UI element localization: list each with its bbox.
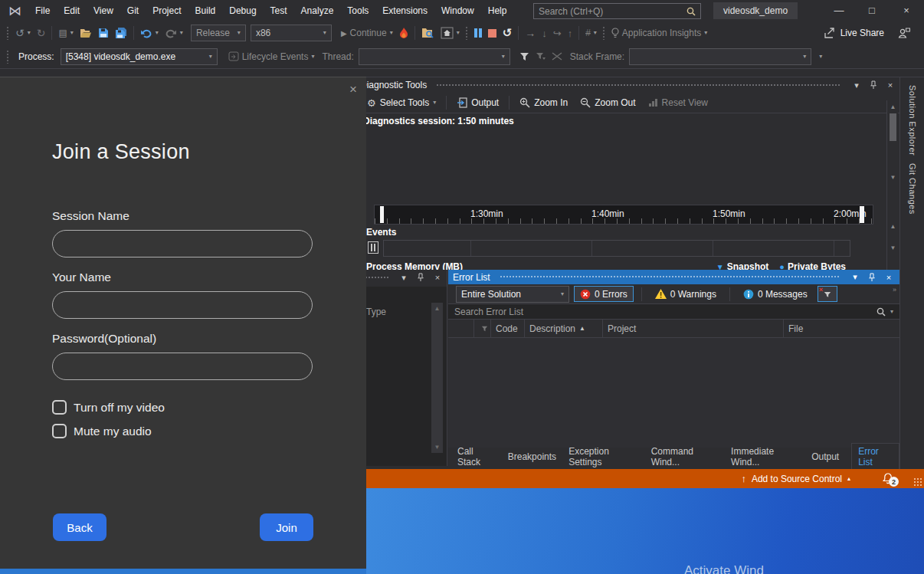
pause-button[interactable]: [471, 24, 485, 42]
continue-button[interactable]: ▶Continue▾: [338, 24, 396, 42]
step-out-button[interactable]: ↑: [565, 24, 576, 42]
scroll-down-icon[interactable]: ▼: [431, 444, 443, 451]
close-icon[interactable]: ×: [884, 80, 896, 90]
new-file-button[interactable]: ▤▾: [55, 24, 76, 42]
filter-column[interactable]: [474, 320, 491, 337]
menu-debug[interactable]: Debug: [222, 0, 263, 21]
scroll-up-icon[interactable]: ▲: [431, 305, 443, 312]
toolbar-drag-handle[interactable]: [602, 26, 606, 40]
menu-project[interactable]: Project: [146, 0, 188, 21]
toolbar-overflow-icon[interactable]: ▾: [819, 54, 822, 60]
hot-reload-button[interactable]: [396, 24, 411, 42]
maximize-button[interactable]: □: [859, 1, 885, 20]
toolbar-drag-handle[interactable]: [465, 26, 469, 40]
file-column-header[interactable]: File: [784, 320, 899, 337]
window-position-icon[interactable]: ▾: [849, 272, 861, 282]
search-input[interactable]: [539, 6, 682, 17]
select-tools-button[interactable]: ⚙Select Tools▾: [362, 97, 441, 109]
menu-extensions[interactable]: Extensions: [375, 0, 434, 21]
scroll-thumb[interactable]: [890, 113, 896, 141]
close-button[interactable]: ×: [893, 1, 919, 20]
scroll-up-icon[interactable]: ▲: [887, 223, 899, 230]
solution-platform-dropdown[interactable]: x86▾: [251, 25, 332, 41]
error-list-grid[interactable]: [448, 338, 899, 448]
minimize-button[interactable]: —: [826, 1, 852, 20]
scroll-down-icon[interactable]: ▼: [887, 174, 899, 181]
tab-breakpoints[interactable]: Breakpoints: [508, 451, 556, 462]
open-folder-button[interactable]: [77, 24, 95, 42]
menu-file[interactable]: File: [28, 0, 57, 21]
messages-toggle[interactable]: 0 Messages: [738, 286, 813, 302]
filter-threads-button[interactable]: [516, 48, 532, 66]
menu-test[interactable]: Test: [264, 0, 294, 21]
session-name-input[interactable]: [52, 230, 313, 257]
error-search-input[interactable]: [454, 307, 872, 317]
pin-icon[interactable]: [867, 80, 880, 90]
step-into-button[interactable]: ↓: [539, 24, 550, 42]
filter-toggle[interactable]: ×: [818, 286, 837, 302]
filter-flagged-button[interactable]: [532, 48, 549, 66]
close-icon[interactable]: ×: [883, 273, 895, 282]
range-handle-right[interactable]: [860, 206, 864, 223]
save-button[interactable]: [95, 24, 112, 42]
navigate-back-button[interactable]: ↺▾: [12, 24, 34, 42]
tab-call-stack[interactable]: Call Stack: [457, 446, 496, 467]
restart-button[interactable]: ↺: [500, 24, 516, 42]
menu-build[interactable]: Build: [188, 0, 223, 21]
error-list-titlebar[interactable]: Error List ▾ ×: [448, 270, 899, 284]
save-all-button[interactable]: [112, 24, 130, 42]
window-position-icon[interactable]: ▾: [398, 273, 410, 283]
toolbar-drag-handle[interactable]: [6, 50, 10, 64]
diagnostic-tools-titlebar[interactable]: Diagnostic Tools ▾ ×: [357, 77, 899, 93]
tab-output[interactable]: Output: [811, 451, 839, 462]
toolbar-drag-handle[interactable]: [6, 26, 10, 40]
quick-search[interactable]: [533, 3, 701, 19]
password-input[interactable]: [52, 353, 313, 380]
severity-column[interactable]: [448, 320, 474, 337]
tab-command-window[interactable]: Command Wind...: [651, 446, 719, 467]
menu-git[interactable]: Git: [120, 0, 146, 21]
join-button[interactable]: Join: [260, 513, 313, 541]
scope-dropdown[interactable]: Entire Solution▾: [456, 286, 569, 303]
application-insights-dropdown[interactable]: Application Insights▾: [608, 24, 710, 42]
scroll-down-icon[interactable]: ▼: [887, 244, 899, 251]
events-track[interactable]: [383, 240, 850, 257]
mute-audio-checkbox[interactable]: [52, 424, 67, 438]
undo-button[interactable]: ▾: [137, 24, 162, 42]
menu-tools[interactable]: Tools: [340, 0, 375, 21]
stack-frame-dropdown[interactable]: ▾: [629, 48, 811, 65]
diagnostics-scrollbar[interactable]: ▲ ▼ ▲ ▼: [886, 100, 898, 270]
suspend-threads-button[interactable]: [549, 48, 565, 66]
project-column-header[interactable]: Project: [603, 320, 784, 337]
live-share-button[interactable]: Live Share: [821, 24, 887, 42]
turn-off-video-checkbox[interactable]: [52, 400, 67, 415]
solution-configuration-dropdown[interactable]: Release▾: [191, 25, 246, 41]
watch-panel-titlebar[interactable]: ▾ ×: [357, 270, 447, 285]
timeline-ruler[interactable]: 1:30min 1:40min 1:50min 2:00min: [374, 205, 873, 225]
side-tab-git-changes[interactable]: Git Changes: [908, 163, 917, 215]
web-browser-button[interactable]: ▾: [437, 24, 463, 42]
resize-grip[interactable]: [913, 477, 922, 486]
side-tab-solution-explorer[interactable]: Solution Explorer: [908, 85, 917, 156]
window-position-icon[interactable]: ▾: [850, 80, 863, 90]
range-handle-left[interactable]: [380, 206, 384, 223]
back-button[interactable]: Back: [53, 513, 106, 541]
show-threads-button[interactable]: #▾: [582, 24, 600, 42]
tab-error-list[interactable]: Error List: [851, 443, 899, 471]
scroll-up-icon[interactable]: ▲: [887, 103, 899, 110]
menu-edit[interactable]: Edit: [57, 0, 87, 21]
step-over-button[interactable]: ↪: [550, 24, 565, 42]
zoom-out-button[interactable]: Zoom Out: [575, 97, 641, 108]
pin-icon[interactable]: [866, 273, 878, 282]
type-column-header[interactable]: Type: [366, 307, 386, 317]
process-dropdown[interactable]: [5348] videosdk_demo.exe▾: [61, 48, 218, 65]
menu-window[interactable]: Window: [434, 0, 481, 21]
notifications-button[interactable]: 2: [883, 473, 893, 484]
menu-view[interactable]: View: [87, 0, 120, 21]
feedback-button[interactable]: [895, 24, 913, 42]
toolbar-overflow-icon[interactable]: »: [893, 286, 896, 294]
code-column-header[interactable]: Code: [491, 320, 525, 337]
pin-icon[interactable]: [414, 273, 427, 282]
browse-with-button[interactable]: [418, 24, 437, 42]
redo-button[interactable]: ▾: [162, 24, 186, 42]
